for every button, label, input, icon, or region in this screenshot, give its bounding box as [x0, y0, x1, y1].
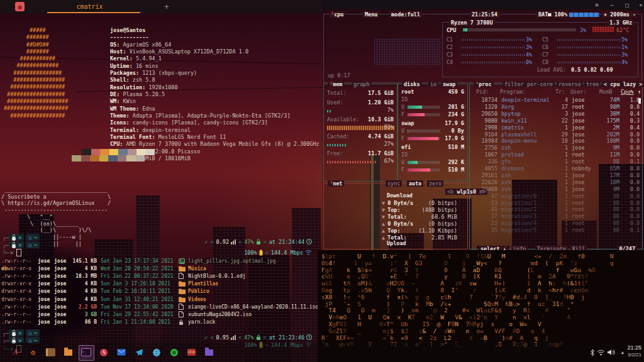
clock-app-icon[interactable]: [98, 347, 109, 358]
telegram-icon[interactable]: [133, 347, 144, 358]
window-close-button[interactable]: ×: [635, 1, 644, 9]
disk-root-free: 234 G: [448, 111, 464, 118]
mem-used-value: 1.20 GiB: [368, 99, 394, 106]
process-row[interactable]: 17migration/31root0B0.0: [474, 213, 638, 219]
info-label: Uptime: [110, 63, 130, 69]
file-row[interactable]: drwxr-xr-x jose jose 4 KB Sun Jan 3 17:2…: [0, 280, 322, 288]
menu-button[interactable]: Menu: [363, 11, 379, 18]
status-charge: 100%: [244, 250, 257, 256]
net-sync-toggle[interactable]: sync: [386, 180, 402, 187]
proc-header-cpu[interactable]: Cpu%: [621, 89, 633, 95]
process-row[interactable]: 1067preload1root11M0.0: [474, 151, 638, 158]
process-row[interactable]: 53migration/11root0B0.0: [474, 200, 638, 206]
file-listing: .rw-r--r-- jose jose 145.1 KB Sat Jan 23…: [0, 257, 322, 326]
window-minimize-button[interactable]: −: [606, 1, 618, 9]
disks-io-toggle[interactable]: io: [428, 81, 438, 87]
media-app-icon[interactable]: VIVA: [186, 347, 197, 358]
bluetooth-icon[interactable]: [590, 343, 595, 362]
proc-tree-toggle[interactable]: tree: [584, 81, 601, 87]
file-row[interactable]: drwxr-xr-x jose jose 4 KB Sun Jan 31 12:…: [0, 295, 322, 303]
process-row[interactable]: 41migration/21root0B0.0: [474, 206, 638, 212]
process-row[interactable]: 1320Xorg17root98M0.8: [474, 104, 638, 110]
process-row[interactable]: 47migration/01root0B0.0: [474, 193, 638, 199]
disks-tab[interactable]: disks: [402, 81, 422, 87]
browser-globe-icon[interactable]: [151, 347, 162, 358]
tray-expand-caret[interactable]: ▲: [621, 343, 624, 362]
folder-icon[interactable]: [63, 347, 74, 358]
process-row[interactable]: 4055dnsmasq1nobody65M0.0: [474, 165, 638, 172]
file-name: Plantillas: [188, 281, 218, 287]
prompt-corner: ╰─: [3, 250, 9, 256]
net-zero-toggle[interactable]: zero: [427, 180, 443, 187]
process-row[interactable]: 336gfx1root0B0.1: [474, 158, 638, 165]
proc-scroll-up-indicator[interactable]: ↑: [638, 89, 641, 95]
purple-folder-icon[interactable]: [204, 347, 214, 358]
prompt-input-line[interactable]: ╰─ >: [3, 249, 21, 256]
cpu-tab[interactable]: ¹cpu: [329, 11, 345, 18]
monitor-titlebar[interactable]: ≡ − □ ×: [322, 0, 644, 9]
net-auto-toggle[interactable]: auto: [407, 180, 423, 187]
proc-percore-toggle[interactable]: per-core: [525, 81, 555, 87]
disk-root-size: 459 G: [448, 89, 464, 95]
process-row[interactable]: 29408zsh1jose9M0.0: [474, 186, 638, 192]
mode-toggle[interactable]: mode:full: [389, 11, 422, 18]
mail-icon[interactable]: [116, 347, 126, 358]
terminal-taskbar-icon[interactable]: >_: [80, 347, 91, 358]
core-graph: [462, 54, 525, 56]
mem-tab[interactable]: ²mem: [328, 81, 344, 87]
proc-sort-selector[interactable]: < cpu lazy >: [602, 81, 644, 87]
window-menu-button[interactable]: ≡: [591, 1, 602, 9]
file-row[interactable]: .rw-r--r-- jose jose 10.3 MB Fri Jan 22 …: [0, 272, 322, 280]
disks-swap-toggle[interactable]: swap: [441, 81, 457, 87]
process-row[interactable]: 18984deepin-menu10jose100M0.0: [474, 138, 638, 144]
tray-clock[interactable]: 21:25 3/2/21: [627, 344, 641, 358]
neofetch-info-row: Uptime: 16 mins: [110, 63, 319, 70]
file-row[interactable]: drwxr-xr-x jose jose 4 KB Tue Feb 2 16:1…: [0, 288, 322, 295]
mem-graph-toggle[interactable]: graph: [352, 81, 372, 87]
disk-efi-io-label: IO: [401, 151, 408, 158]
volume-icon[interactable]: [608, 343, 615, 362]
mem-free-bar: [327, 161, 376, 163]
neofetch-ascii-logo: ##### ####### ##O#O## ####### ##########…: [4, 27, 68, 119]
left-terminal[interactable]: ##### ####### ##O#O## ####### ##########…: [0, 13, 322, 343]
tray-wifi-icon[interactable]: [597, 343, 605, 362]
mem-free-value: 11.7 GiB: [368, 150, 394, 156]
proc-reverse-toggle[interactable]: reverse: [557, 81, 583, 87]
file-permissions: .rw-r--r--: [1, 319, 36, 325]
proc-tab[interactable]: ⁴proc: [474, 81, 494, 87]
launcher-icon[interactable]: A: [10, 347, 21, 358]
process-row[interactable]: 23migration/41root0B0.0: [474, 220, 638, 226]
mem-used-label: Used:: [327, 99, 343, 106]
tab-cmatrix[interactable]: cmatrix: [38, 0, 142, 13]
terminal-app-icon[interactable]: ▦: [15, 2, 25, 11]
new-tab-button[interactable]: +: [160, 0, 173, 13]
file-row[interactable]: .rw-r--r-- jose jose 145.1 KB Sat Jan 23…: [0, 257, 322, 265]
settings-gear-icon[interactable]: ⚙: [28, 347, 38, 358]
refresh-interval-control[interactable]: + 2000ms -: [602, 11, 638, 18]
file-row[interactable]: drwxr-xr-x jose jose 4 KB Wed Jan 20 20:…: [0, 265, 322, 272]
window-maximize-button[interactable]: □: [621, 1, 633, 9]
file-row[interactable]: .rw-r--r-- jose jose 86 B Fri Jan 1 21:1…: [0, 319, 322, 326]
process-row[interactable]: 2756zsh1jose9M0.0: [474, 145, 638, 151]
proc-scrollbar-thumb[interactable]: [638, 98, 641, 104]
process-row[interactable]: 9164plasmashell29jose202M0.0: [474, 131, 638, 138]
green-app-icon[interactable]: [169, 347, 179, 358]
net-tab[interactable]: ³net: [328, 180, 344, 187]
file-row[interactable]: .rw-r--r-- jose jose 3 GB Fri Jan 29 22:…: [0, 310, 322, 318]
disk-root-used-fill: [408, 106, 422, 109]
file-size: 4 KB: [65, 266, 97, 272]
proc-filter-button[interactable]: filter: [502, 81, 526, 87]
process-row[interactable]: 29161zsh1jose17M0.0: [474, 172, 638, 178]
color-palette-row1: [82, 149, 155, 155]
core-label: C4: [447, 59, 453, 65]
files-book-icon[interactable]: [45, 347, 56, 358]
process-row[interactable]: 9080kwin_x1122jose175M0.3: [474, 118, 638, 124]
process-row[interactable]: 29650bpytop3jose38M0.4: [474, 111, 638, 117]
bpytop-monitor[interactable]: ¹cpu Menu mode:full 21:25:54 BAT■ 100% +…: [322, 9, 644, 251]
file-type-icon: [179, 258, 186, 264]
process-row[interactable]: 35migration/51root0B0.1: [474, 227, 638, 233]
file-row[interactable]: .rw-r--r-- jose jose 2.2 GB Tue Nov 17 1…: [0, 303, 322, 310]
process-row[interactable]: 22626zsh1jose10M0.0: [474, 179, 638, 185]
process-row[interactable]: 18734deepin-terminal4jose74M1.0: [474, 97, 638, 103]
process-row[interactable]: 2998cmatrix1jose2M0.4: [474, 124, 638, 131]
